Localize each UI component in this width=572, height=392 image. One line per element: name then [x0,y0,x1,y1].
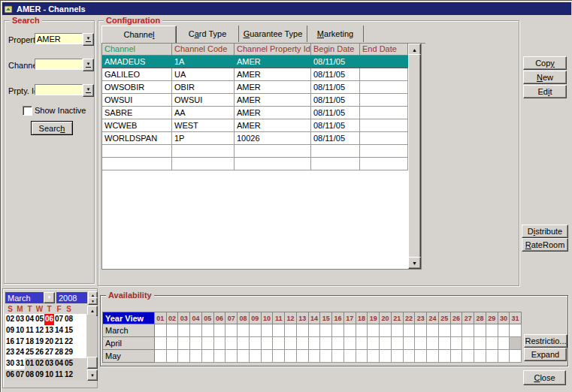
table-row[interactable]: OWSOBIROBIRAMER08/11/05 [102,81,421,94]
calendar-date[interactable]: 02 [5,314,15,325]
calendar-date[interactable]: 17 [15,336,25,348]
availability-cell[interactable] [427,350,439,363]
table-scrollbar[interactable]: ▲ ▼ [408,44,419,267]
calendar-date[interactable]: 04 [54,358,64,369]
calendar-date[interactable]: 21 [54,336,64,348]
calendar-date[interactable]: 12 [35,325,44,336]
availability-cell[interactable] [155,337,167,350]
availability-cell[interactable] [380,350,392,363]
availability-cell[interactable] [344,350,356,363]
calendar-date[interactable]: 16 [5,336,15,348]
availability-cell[interactable] [285,350,297,363]
tab-guarantee-type[interactable]: Guarantee Type [239,26,307,42]
calendar-date[interactable]: 24 [15,347,25,358]
calendar-date[interactable]: 03 [44,358,54,369]
availability-cell[interactable] [202,337,214,350]
calendar-date[interactable]: 29 [64,347,74,358]
availability-cell[interactable] [356,324,368,337]
availability-cell[interactable] [332,337,344,350]
calendar-date[interactable]: 01 [25,358,35,369]
availability-cell[interactable] [474,337,486,350]
channel-dropdown-button[interactable]: ▼ [83,59,94,71]
calendar-date[interactable]: 08 [25,369,35,381]
calendar-date[interactable]: 22 [64,336,74,348]
availability-cell[interactable] [273,324,285,337]
month-dropdown-button[interactable]: ▼ [44,292,55,303]
tab-card-type[interactable]: Card Type [177,26,239,42]
availability-cell[interactable] [320,324,332,337]
calendar-date[interactable]: 07 [15,369,25,381]
availability-cell[interactable] [167,350,179,363]
distribute-button[interactable]: Distribute [522,225,568,238]
availability-cell[interactable] [392,324,404,337]
availability-cell[interactable] [273,337,285,350]
availability-cell[interactable] [368,337,380,350]
availability-cell[interactable] [368,350,380,363]
availability-cell[interactable] [285,324,297,337]
calendar-date[interactable]: 10 [44,369,54,381]
calendar-date[interactable]: 19 [35,336,44,348]
availability-cell[interactable] [178,350,190,363]
availability-cell[interactable] [474,324,486,337]
availability-cell[interactable] [404,337,416,350]
calendar-date[interactable]: 23 [5,347,15,358]
calendar-date[interactable]: 07 [54,314,64,325]
calendar-date[interactable]: 18 [25,336,35,348]
availability-cell[interactable] [225,324,238,337]
availability-cell[interactable] [510,337,522,350]
availability-cell[interactable] [451,324,463,337]
calendar-date[interactable]: 03 [15,314,25,325]
table-row[interactable]: WORLDSPAN1P1002608/11/05 [102,132,421,145]
availability-cell[interactable] [486,324,498,337]
search-button[interactable]: Search [31,121,73,135]
tab-channel[interactable]: Channel [101,26,177,44]
edit-button[interactable]: Edit [523,85,567,98]
calendar-scroll-down-button[interactable]: ▼ [87,369,98,381]
availability-cell[interactable] [214,324,226,337]
show-inactive-checkbox[interactable] [23,106,32,116]
availability-cell[interactable] [439,324,451,337]
availability-cell[interactable] [368,324,380,337]
availability-cell[interactable] [309,350,321,363]
month-dropdown[interactable]: March ▼ [5,292,55,303]
availability-cell[interactable] [415,337,427,350]
calendar-date[interactable]: 12 [64,369,74,381]
copy-button[interactable]: Copy [523,56,567,70]
availability-cell[interactable] [155,350,167,363]
availability-cell[interactable] [238,324,250,337]
calendar-date[interactable]: 09 [35,369,44,381]
availability-cell[interactable] [320,337,332,350]
table-row[interactable]: WCWEBWESTAMER08/11/05 [102,119,421,132]
availability-cell[interactable] [486,337,498,350]
availability-cell[interactable] [190,324,202,337]
availability-cell[interactable] [297,324,309,337]
close-button[interactable]: Close [523,370,566,385]
availability-cell[interactable] [225,350,238,363]
calendar-date[interactable]: 14 [54,325,64,336]
availability-cell[interactable] [225,337,238,350]
availability-cell[interactable] [510,324,522,337]
tab-marketing[interactable]: Marketing [307,26,364,42]
availability-cell[interactable] [380,337,392,350]
table-row[interactable]: OWSUIOWSUIAMER08/11/05 [102,94,421,107]
calendar-date[interactable]: 28 [54,347,64,358]
calendar-date[interactable]: 20 [44,336,54,348]
calendar-date[interactable]: 26 [35,347,44,358]
availability-cell[interactable] [427,324,439,337]
availability-cell[interactable] [250,350,262,363]
scrollbar-thumb[interactable] [408,54,421,258]
availability-cell[interactable] [510,350,522,363]
calendar-date[interactable]: 11 [25,325,35,336]
availability-cell[interactable] [262,324,274,337]
availability-cell[interactable] [178,324,190,337]
property-dropdown-button[interactable]: ▼ [83,33,94,46]
availability-cell[interactable] [202,350,214,363]
availability-cell[interactable] [462,337,474,350]
availability-cell[interactable] [474,350,486,363]
calendar-date[interactable]: 05 [64,358,74,369]
property-input[interactable] [35,33,83,44]
availability-cell[interactable] [273,350,285,363]
calendar-date[interactable]: 30 [5,358,15,369]
channel-input[interactable] [35,59,83,70]
availability-cell[interactable] [498,350,510,363]
